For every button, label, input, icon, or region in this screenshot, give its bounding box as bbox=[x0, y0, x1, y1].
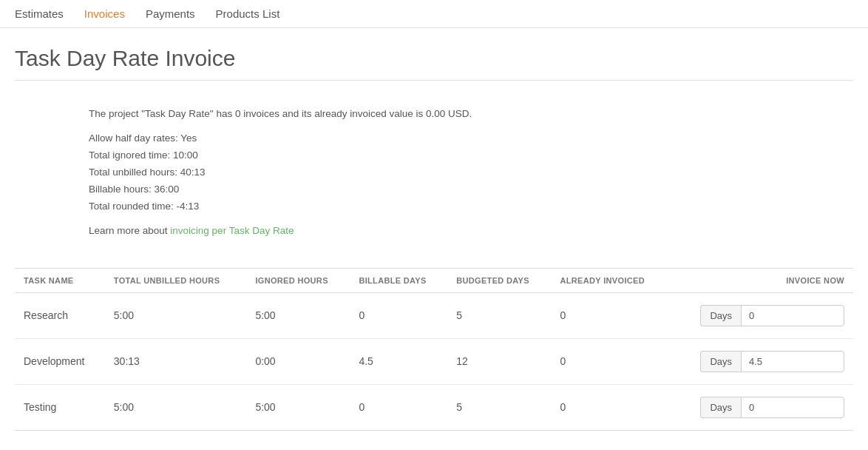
col-header-task-name: Task Name bbox=[15, 268, 105, 292]
cell-task-1: Development bbox=[15, 338, 105, 384]
cell-task-2: Testing bbox=[15, 384, 105, 430]
cell-unbilled-2: 5:00 bbox=[105, 384, 247, 430]
cell-ignored-2: 5:00 bbox=[246, 384, 350, 430]
info-total-ignored: Total ignored time: 10:00 bbox=[89, 147, 853, 164]
table-row: Testing 5:00 5:00 0 5 0 Days bbox=[15, 384, 853, 430]
page-content: Task Day Rate Invoice The project "Task … bbox=[0, 28, 868, 449]
cell-invoice-now-0: Days bbox=[668, 292, 853, 338]
nav-products-list[interactable]: Products List bbox=[216, 7, 280, 20]
page-title: Task Day Rate Invoice bbox=[15, 46, 853, 81]
cell-unbilled-1: 30:13 bbox=[105, 338, 247, 384]
days-button-0[interactable]: Days bbox=[700, 305, 741, 326]
cell-ignored-1: 0:00 bbox=[246, 338, 350, 384]
cell-unbilled-0: 5:00 bbox=[105, 292, 247, 338]
nav-estimates[interactable]: Estimates bbox=[15, 7, 64, 20]
info-section: The project "Task Day Rate" has 0 invoic… bbox=[15, 95, 853, 261]
cell-already-invoiced-2: 0 bbox=[552, 384, 668, 430]
info-total-unbilled: Total unbilled hours: 40:13 bbox=[89, 164, 853, 181]
info-billable-hours: Billable hours: 36:00 bbox=[89, 181, 853, 198]
navigation: Estimates Invoices Payments Products Lis… bbox=[0, 0, 868, 28]
col-header-budgeted-days: Budgeted Days bbox=[447, 268, 551, 292]
info-allow-half-day: Allow half day rates: Yes bbox=[89, 130, 853, 147]
cell-already-invoiced-1: 0 bbox=[552, 338, 668, 384]
invoice-now-input-1[interactable] bbox=[741, 351, 844, 372]
info-summary: The project "Task Day Rate" has 0 invoic… bbox=[89, 106, 853, 123]
cell-billable-days-2: 0 bbox=[350, 384, 447, 430]
col-header-invoice-now: Invoice Now bbox=[668, 268, 853, 292]
cell-billable-days-1: 4.5 bbox=[350, 338, 447, 384]
cell-invoice-now-1: Days bbox=[668, 338, 853, 384]
cell-invoice-now-2: Days bbox=[668, 384, 853, 430]
cell-already-invoiced-0: 0 bbox=[552, 292, 668, 338]
cell-budgeted-days-2: 5 bbox=[447, 384, 551, 430]
info-learn-more: Learn more about invoicing per Task Day … bbox=[89, 223, 853, 240]
table-row: Research 5:00 5:00 0 5 0 Days bbox=[15, 292, 853, 338]
cell-billable-days-0: 0 bbox=[350, 292, 447, 338]
cell-task-0: Research bbox=[15, 292, 105, 338]
cell-budgeted-days-1: 12 bbox=[447, 338, 551, 384]
invoice-table: Task Name Total Unbilled Hours Ignored H… bbox=[15, 268, 853, 431]
nav-invoices[interactable]: Invoices bbox=[84, 7, 125, 20]
invoice-now-input-0[interactable] bbox=[741, 305, 844, 326]
col-header-ignored-hours: Ignored Hours bbox=[246, 268, 350, 292]
cell-ignored-0: 5:00 bbox=[246, 292, 350, 338]
info-total-rounded: Total rounded time: -4:13 bbox=[89, 198, 853, 215]
invoice-now-input-2[interactable] bbox=[741, 397, 844, 418]
days-button-1[interactable]: Days bbox=[700, 351, 741, 372]
nav-payments[interactable]: Payments bbox=[146, 7, 195, 20]
table-row: Development 30:13 0:00 4.5 12 0 Days bbox=[15, 338, 853, 384]
col-header-billable-days: Billable Days bbox=[350, 268, 447, 292]
col-header-total-unbilled: Total Unbilled Hours bbox=[105, 268, 247, 292]
col-header-already-invoiced: Already Invoiced bbox=[552, 268, 668, 292]
learn-more-link[interactable]: invoicing per Task Day Rate bbox=[170, 225, 294, 236]
cell-budgeted-days-0: 5 bbox=[447, 292, 551, 338]
days-button-2[interactable]: Days bbox=[700, 397, 741, 418]
